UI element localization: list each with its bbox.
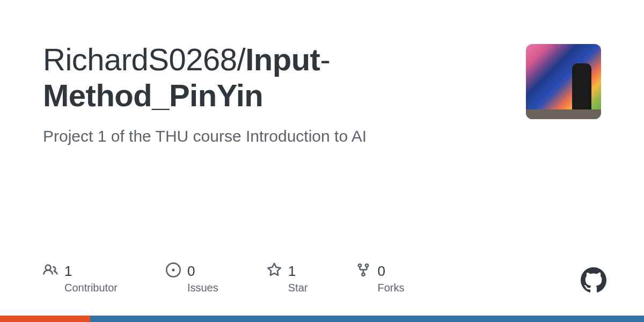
stats-row: 1 Contributor 0 Issues 1 Star: [43, 262, 404, 294]
stars-label: Star: [288, 282, 308, 294]
stat-forks: 0 Forks: [356, 262, 404, 294]
star-icon: [267, 262, 282, 280]
fork-icon: [356, 262, 371, 280]
repo-card: RichardS0268/Input-Method_PinYin Project…: [0, 0, 644, 322]
avatar: [526, 44, 601, 119]
repo-description: Project 1 of the THU course Introduction…: [43, 127, 367, 145]
title-block: RichardS0268/Input-Method_PinYin Project…: [43, 42, 367, 145]
forks-count: 0: [377, 263, 385, 280]
repo-title: RichardS0268/Input-Method_PinYin: [43, 42, 367, 113]
slash: /: [237, 42, 246, 77]
hyphen: -: [320, 42, 330, 77]
forks-label: Forks: [377, 282, 404, 294]
contributors-count: 1: [64, 263, 72, 280]
issues-label: Issues: [187, 282, 218, 294]
stat-stars: 1 Star: [267, 262, 308, 294]
repo-name-part2: Method_PinYin: [43, 78, 263, 113]
stat-issues: 0 Issues: [166, 262, 218, 294]
contributors-label: Contributor: [64, 282, 118, 294]
stars-count: 1: [288, 263, 296, 280]
repo-name-part1: Input: [245, 42, 320, 77]
repo-owner: RichardS0268: [43, 42, 237, 77]
people-icon: [43, 262, 58, 280]
issues-count: 0: [187, 263, 195, 280]
issue-icon: [166, 262, 181, 280]
github-logo-icon: [581, 267, 606, 295]
language-bar-segment: [90, 316, 644, 322]
header-row: RichardS0268/Input-Method_PinYin Project…: [43, 42, 601, 145]
language-bar: [0, 316, 644, 322]
stat-contributors: 1 Contributor: [43, 262, 118, 294]
language-bar-segment: [0, 316, 90, 322]
